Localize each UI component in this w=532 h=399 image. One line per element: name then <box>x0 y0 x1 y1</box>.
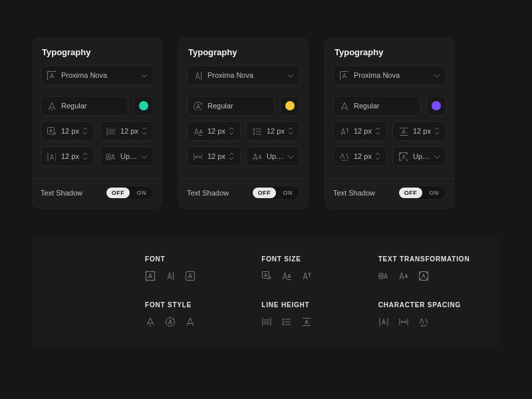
toggle-on[interactable]: ON <box>131 188 152 198</box>
typography-panel: Typography Proxima Nova Regular 12 px <box>325 37 455 209</box>
font-icon <box>339 70 348 80</box>
stepper-icon <box>374 127 381 135</box>
font-size-value: 12 px <box>354 127 374 135</box>
text-transform-value: Upperc.. <box>120 152 140 160</box>
line-height-value: 12 px <box>413 127 434 135</box>
chevron-down-icon <box>286 71 294 79</box>
divider <box>179 178 308 179</box>
font-icon <box>193 70 202 80</box>
line-height-icon <box>301 317 312 327</box>
font-icon <box>145 271 156 281</box>
text-shadow-label: Text Shadow <box>41 189 82 197</box>
line-height-icon <box>261 317 272 327</box>
stepper-icon <box>82 127 88 135</box>
text-transform-icon <box>418 271 429 281</box>
font-size-stepper[interactable]: 12 px <box>41 121 94 141</box>
font-icon <box>185 271 196 281</box>
font-family-value: Proxima Nova <box>354 71 432 79</box>
letter-spacing-value: 12 px <box>207 152 228 160</box>
line-height-icon <box>106 126 115 136</box>
text-shadow-toggle[interactable]: OFF ON <box>251 186 300 200</box>
font-style-icon <box>165 317 176 327</box>
stepper-icon <box>141 127 148 135</box>
font-style-icon <box>193 101 202 110</box>
letter-spacing-stepper[interactable]: 12 px <box>333 146 387 166</box>
chevron-down-icon <box>140 152 148 160</box>
color-swatch[interactable] <box>134 96 154 116</box>
color-swatch[interactable] <box>280 96 300 116</box>
panel-title: Typography <box>187 47 300 57</box>
text-transform-select[interactable]: Upperc.. <box>100 146 154 166</box>
font-weight-select[interactable]: Regular <box>41 96 128 116</box>
stepper-icon <box>434 127 440 135</box>
swatch-dot <box>285 101 295 110</box>
text-shadow-toggle[interactable]: OFF ON <box>104 186 154 200</box>
line-height-stepper[interactable]: 12 px <box>246 121 300 141</box>
chevron-down-icon <box>286 152 294 160</box>
stepper-icon <box>374 152 381 160</box>
line-height-stepper[interactable]: 12 px <box>100 121 154 141</box>
font-icon <box>165 271 176 281</box>
text-transform-icon <box>398 271 409 281</box>
legend-text-transform: TEXT TRANSFORMATION <box>378 255 481 281</box>
text-shadow-toggle[interactable]: OFF ON <box>397 186 446 200</box>
font-size-icon <box>47 126 56 136</box>
letter-spacing-value: 12 px <box>354 152 374 160</box>
typography-panel: Typography Proxima Nova Regular 12 px <box>32 37 162 209</box>
font-family-value: Proxima Nova <box>61 71 140 79</box>
toggle-off[interactable]: OFF <box>106 188 130 198</box>
text-transform-select[interactable]: Upperc.. <box>392 146 446 166</box>
char-spacing-icon <box>398 317 409 327</box>
font-size-icon <box>261 271 272 281</box>
font-size-stepper[interactable]: 12 px <box>187 121 241 141</box>
text-transform-select[interactable]: Upperc.. <box>246 146 300 166</box>
line-height-value: 12 px <box>120 127 141 135</box>
text-transform-icon <box>252 152 261 161</box>
toggle-off[interactable]: OFF <box>253 188 277 198</box>
chevron-down-icon <box>432 152 440 160</box>
toggle-off[interactable]: OFF <box>399 188 423 198</box>
legend-heading: LINE HEIGHT <box>261 301 364 309</box>
char-spacing-icon <box>339 152 348 161</box>
stepper-icon <box>228 152 235 160</box>
char-spacing-icon <box>193 152 202 161</box>
font-style-icon <box>47 101 56 110</box>
font-size-icon <box>281 271 292 281</box>
font-family-select[interactable]: Proxima Nova <box>41 65 154 85</box>
font-size-icon <box>301 271 312 281</box>
stepper-icon <box>287 127 294 135</box>
typography-panel: Typography Proxima Nova Regular 12 px <box>178 37 309 209</box>
font-family-select[interactable]: Proxima Nova <box>333 65 446 85</box>
legend-heading: FONT <box>145 255 248 263</box>
divider <box>33 178 162 179</box>
letter-spacing-stepper[interactable]: 12 px <box>187 146 241 166</box>
font-style-icon <box>145 317 156 327</box>
font-size-value: 12 px <box>61 127 82 135</box>
font-icon <box>47 70 56 80</box>
color-swatch[interactable] <box>426 96 446 116</box>
toggle-on[interactable]: ON <box>424 188 444 198</box>
toggle-on[interactable]: ON <box>277 188 298 198</box>
stepper-icon <box>228 127 235 135</box>
font-weight-select[interactable]: Regular <box>333 96 421 116</box>
legend-character-spacing: CHARACTER SPACING <box>378 301 481 327</box>
font-style-icon <box>339 101 348 110</box>
font-size-icon <box>193 126 202 136</box>
legend-heading: TEXT TRANSFORMATION <box>378 255 481 263</box>
panel-title: Typography <box>333 47 446 57</box>
text-transform-value: Upperc.. <box>413 152 432 160</box>
font-weight-select[interactable]: Regular <box>187 96 275 116</box>
panel-title: Typography <box>41 47 154 57</box>
font-weight-value: Regular <box>354 102 415 110</box>
font-family-select[interactable]: Proxima Nova <box>187 65 300 85</box>
font-weight-value: Regular <box>61 102 122 110</box>
chevron-down-icon <box>432 71 440 79</box>
legend-heading: CHARACTER SPACING <box>378 301 481 309</box>
font-weight-value: Regular <box>207 102 269 110</box>
font-size-stepper[interactable]: 12 px <box>333 121 387 141</box>
font-size-icon <box>339 126 348 136</box>
letter-spacing-stepper[interactable]: 12 px <box>41 146 94 166</box>
swatch-dot <box>432 101 441 110</box>
font-size-value: 12 px <box>207 127 228 135</box>
line-height-stepper[interactable]: 12 px <box>392 121 446 141</box>
